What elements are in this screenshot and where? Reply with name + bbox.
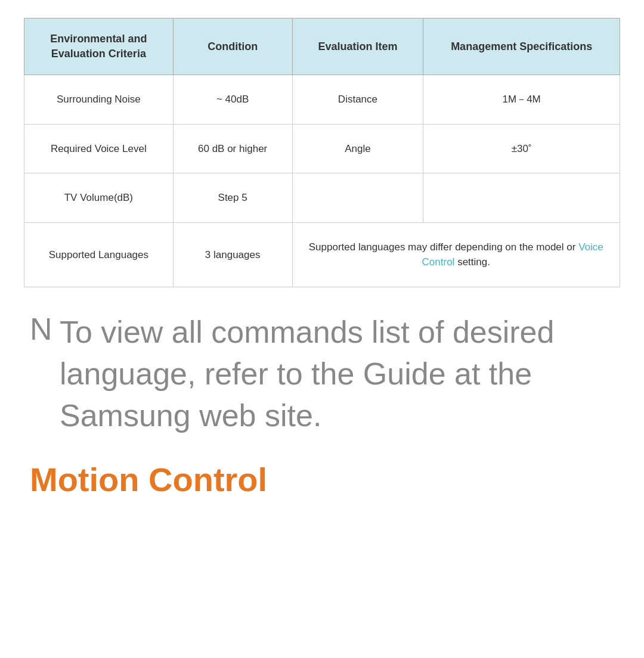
section-title: Motion Control bbox=[24, 460, 620, 499]
header-management: Management Specifications bbox=[423, 18, 620, 75]
table-row: Surrounding Noise ~ 40dB Distance 1M－4M bbox=[24, 75, 620, 125]
row3-evaluation bbox=[292, 173, 423, 223]
row2-criteria: Required Voice Level bbox=[24, 124, 174, 173]
row1-condition: ~ 40dB bbox=[173, 75, 292, 125]
table-row: Supported Languages 3 languages Supporte… bbox=[24, 222, 620, 287]
table-row: TV Volume(dB) Step 5 bbox=[24, 173, 620, 223]
header-evaluation: Evaluation Item bbox=[292, 18, 423, 75]
row4-eval-text-before: Supported languages may differ depending… bbox=[309, 241, 578, 253]
row2-management: ±30˚ bbox=[423, 124, 620, 173]
specs-table: Environmental and Evaluation Criteria Co… bbox=[24, 18, 620, 287]
table-row: Required Voice Level 60 dB or higher Ang… bbox=[24, 124, 620, 173]
row1-criteria: Surrounding Noise bbox=[24, 75, 174, 125]
row1-evaluation: Distance bbox=[292, 75, 423, 125]
header-criteria: Environmental and Evaluation Criteria bbox=[24, 18, 174, 75]
row4-eval-text-after: setting. bbox=[454, 256, 490, 268]
note-text: To view all commands list of desired lan… bbox=[60, 311, 614, 437]
row2-condition: 60 dB or higher bbox=[173, 124, 292, 173]
row1-management: 1M－4M bbox=[423, 75, 620, 125]
header-condition: Condition bbox=[173, 18, 292, 75]
row4-condition: 3 languages bbox=[173, 222, 292, 287]
row2-evaluation: Angle bbox=[292, 124, 423, 173]
row3-management bbox=[423, 173, 620, 223]
note-section: N To view all commands list of desired l… bbox=[24, 311, 620, 437]
row4-criteria: Supported Languages bbox=[24, 222, 174, 287]
row3-condition: Step 5 bbox=[173, 173, 292, 223]
row4-evaluation-management: Supported languages may differ depending… bbox=[292, 222, 620, 287]
note-marker: N bbox=[30, 311, 48, 344]
row3-criteria: TV Volume(dB) bbox=[24, 173, 174, 223]
